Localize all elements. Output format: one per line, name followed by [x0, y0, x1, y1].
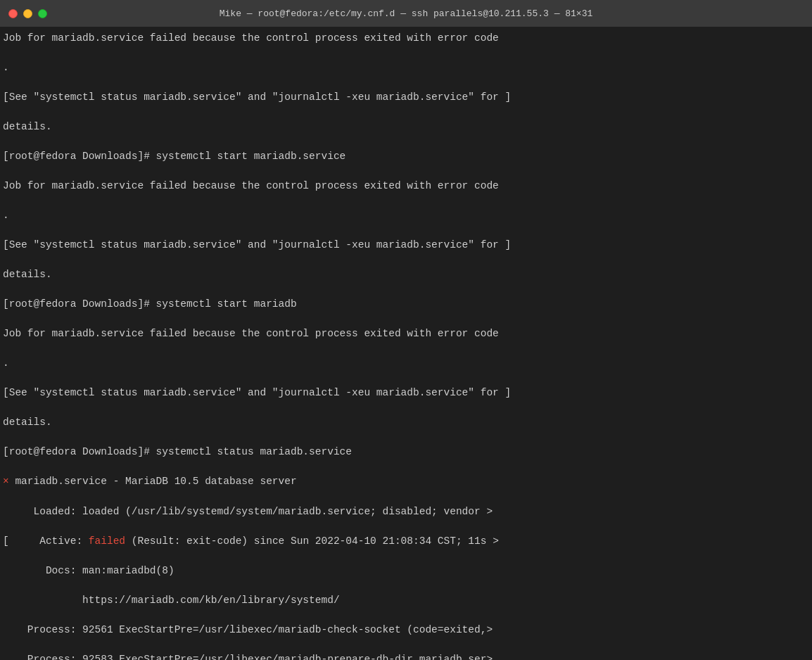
- terminal-line: [root@fedora Downloads]# systemctl statu…: [3, 445, 809, 459]
- traffic-light-green[interactable]: [38, 9, 47, 18]
- traffic-light-yellow[interactable]: [23, 9, 32, 18]
- terminal-line: [root@fedora Downloads]# systemctl start…: [3, 149, 809, 164]
- terminal-line: Process: 92561 ExecStartPre=/usr/libexec…: [3, 623, 809, 637]
- terminal-body[interactable]: Job for mariadb.service failed because t…: [0, 27, 812, 660]
- terminal-line: × mariadb.service - MariaDB 10.5 databas…: [3, 474, 809, 489]
- terminal-line: .: [3, 208, 809, 223]
- terminal-line: [See "systemctl status mariadb.service" …: [3, 386, 809, 400]
- terminal-line: details.: [3, 415, 809, 430]
- traffic-light-red[interactable]: [8, 9, 18, 18]
- terminal-line: Job for mariadb.service failed because t…: [3, 179, 809, 193]
- terminal-line: https://mariadb.com/kb/en/library/system…: [3, 593, 809, 608]
- terminal-line: [ Active: failed (Result: exit-code) sin…: [3, 534, 809, 549]
- terminal-line: .: [3, 356, 809, 371]
- terminal-line: [root@fedora Downloads]# systemctl start…: [3, 297, 809, 312]
- terminal-line: Process: 92583 ExecStartPre=/usr/libexec…: [3, 652, 809, 660]
- terminal-line: details.: [3, 267, 809, 282]
- terminal-line: Loaded: loaded (/usr/lib/systemd/system/…: [3, 504, 809, 519]
- terminal-line: Job for mariadb.service failed because t…: [3, 31, 809, 46]
- terminal-line: details.: [3, 120, 809, 134]
- terminal-line: .: [3, 61, 809, 75]
- window-title: Mike — root@fedora:/etc/my.cnf.d — ssh p…: [220, 8, 593, 19]
- title-bar: Mike — root@fedora:/etc/my.cnf.d — ssh p…: [0, 0, 812, 27]
- terminal-line: [See "systemctl status mariadb.service" …: [3, 90, 809, 105]
- terminal-line: Job for mariadb.service failed because t…: [3, 326, 809, 341]
- terminal-line: [See "systemctl status mariadb.service" …: [3, 238, 809, 253]
- terminal-line: Docs: man:mariadbd(8): [3, 564, 809, 578]
